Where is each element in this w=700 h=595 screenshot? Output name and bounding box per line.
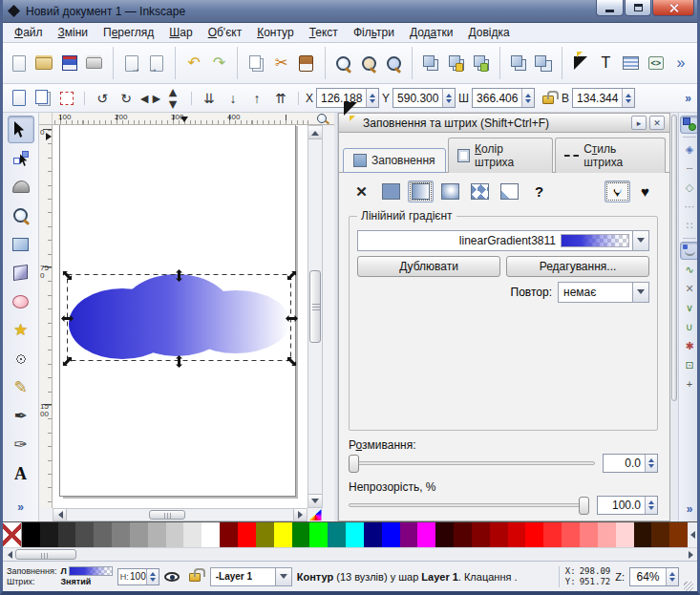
rotate-cw-icon[interactable]: ↻ (116, 88, 137, 109)
zoom-drawing-icon[interactable] (358, 51, 379, 75)
vertical-scrollbar[interactable] (308, 125, 323, 508)
tool-star[interactable]: ★ (8, 316, 34, 344)
maximize-button[interactable] (625, 0, 651, 16)
height-spinner[interactable] (622, 89, 634, 107)
flip-horizontal-icon[interactable]: ◄► (139, 88, 160, 109)
cut-icon[interactable]: ✂ (271, 51, 292, 75)
opacity-input[interactable]: 100.0 (597, 496, 658, 515)
zoom-input[interactable]: 64% (629, 567, 679, 586)
snap-intersections-icon[interactable]: ✕ (680, 280, 699, 298)
palette-swatch[interactable] (112, 522, 130, 547)
palette-swatch[interactable] (166, 522, 184, 547)
palette-swatch[interactable] (417, 522, 435, 547)
fill-stroke-dialog-icon[interactable] (570, 51, 591, 75)
palette-scroll-left[interactable] (3, 548, 15, 561)
snap-rotation-center-icon[interactable]: + (680, 375, 699, 393)
duplicate-gradient-button[interactable]: Дублювати (357, 256, 500, 277)
opacity-spinner[interactable] (645, 497, 657, 514)
gradient-select[interactable]: linearGradient3811 (357, 230, 649, 251)
save-icon[interactable] (58, 51, 79, 75)
layers-dialog-icon[interactable] (621, 51, 642, 75)
import-icon[interactable] (121, 51, 142, 75)
zoom-spinner[interactable] (666, 568, 678, 585)
flip-vertical-icon[interactable]: ◄► (163, 88, 184, 109)
dialog-float-button[interactable]: ▸ (631, 116, 647, 130)
menu-filters[interactable]: Фільтри (346, 24, 402, 41)
toolbox-overflow-icon[interactable]: » (17, 500, 24, 514)
snap-bbox-corners-icon[interactable]: ◇ (680, 179, 699, 197)
palette-swatch[interactable] (400, 522, 418, 547)
fill-rule-evenodd-button[interactable]: ♥ (605, 181, 630, 202)
dock-scrollbar[interactable] (670, 113, 678, 521)
selection-handle[interactable] (286, 268, 298, 281)
fill-stroke-indicator[interactable]: Заповнення: Л Штрих: Знятий (7, 566, 113, 586)
selection-handle[interactable] (286, 311, 298, 324)
palette-swatch[interactable] (508, 522, 526, 547)
edit-gradient-button[interactable]: Редагування... (506, 256, 649, 277)
group-icon[interactable] (508, 51, 529, 75)
blur-input[interactable]: 0.0 (603, 454, 658, 473)
duplicate-icon[interactable] (420, 51, 441, 75)
raise-icon[interactable]: ↑ (246, 88, 267, 109)
menu-edit[interactable]: Зміни (51, 24, 96, 41)
palette-swatch[interactable] (292, 522, 310, 547)
palette-swatch[interactable] (616, 522, 634, 547)
dock-scroll-thumb[interactable] (671, 115, 677, 401)
deselect-icon[interactable] (56, 88, 77, 109)
lower-icon[interactable]: ↓ (223, 88, 244, 109)
tool-text[interactable]: A (8, 459, 34, 487)
horizontal-scroll-thumb[interactable] (149, 510, 185, 520)
canvas-viewport[interactable] (53, 125, 308, 508)
palette-swatch[interactable] (130, 522, 148, 547)
snap-nodes-icon[interactable] (680, 242, 699, 260)
menu-extensions[interactable]: Додатки (402, 24, 461, 41)
snap-cusp-nodes-icon[interactable]: ∨ (680, 299, 699, 317)
snap-bbox-edges-icon[interactable]: ┄ (680, 159, 699, 178)
paint-linear-gradient-button[interactable] (408, 181, 434, 202)
paint-none-button[interactable]: ✕ (349, 181, 374, 202)
palette-swatch[interactable] (382, 522, 400, 547)
select-all-layers-icon[interactable] (32, 88, 53, 109)
menu-layer[interactable]: Шар (161, 24, 200, 41)
selection-handle[interactable] (173, 354, 185, 367)
repeat-dropdown-button[interactable] (632, 283, 648, 302)
tool-calligraphy[interactable]: ✑ (8, 431, 34, 458)
menu-help[interactable]: Довідка (460, 24, 517, 41)
palette-left-arrow-icon[interactable] (687, 531, 695, 539)
snap-bbox-centers-icon[interactable]: ∷ (680, 217, 699, 235)
x-spinner[interactable] (366, 89, 378, 107)
tab-stroke-color[interactable]: Колір штриха (448, 138, 553, 173)
paint-flat-button[interactable] (378, 181, 404, 202)
gradient-dropdown-button[interactable] (632, 231, 648, 250)
palette-swatch[interactable] (148, 522, 166, 547)
palette-swatch[interactable] (94, 522, 112, 547)
rotate-ccw-icon[interactable]: ↺ (92, 88, 113, 109)
paste-icon[interactable] (296, 51, 317, 75)
selection-handle[interactable] (61, 268, 74, 281)
blur-slider[interactable] (349, 461, 595, 465)
opacity-slider[interactable] (349, 503, 589, 507)
scroll-up-button[interactable] (308, 126, 322, 139)
palette-swatch[interactable] (202, 522, 220, 547)
close-button[interactable] (652, 0, 694, 16)
layer-dropdown-button[interactable] (275, 568, 291, 585)
menu-file[interactable]: Файл (7, 24, 51, 41)
palette-swatch[interactable] (183, 522, 202, 547)
palette-swatch[interactable] (490, 522, 508, 547)
snap-paths-icon[interactable]: ∿ (680, 261, 699, 279)
vertical-scroll-thumb[interactable] (309, 270, 321, 343)
palette-scroll-thumb[interactable] (15, 549, 76, 560)
fill-gradient-swatch[interactable] (69, 566, 113, 576)
palette-swatch[interactable] (364, 522, 382, 547)
selection-handle[interactable] (286, 354, 298, 367)
selection-handle[interactable] (61, 311, 74, 324)
height-input[interactable]: 134.344 (572, 88, 635, 108)
tool-spiral[interactable] (8, 345, 34, 372)
resize-grip[interactable] (684, 582, 693, 591)
tool-3dbox[interactable] (8, 259, 34, 287)
selection-handle[interactable] (61, 354, 74, 367)
vertical-ruler[interactable]: 07501500 (39, 125, 53, 508)
width-spinner[interactable] (521, 89, 534, 107)
y-spinner[interactable] (442, 89, 455, 107)
open-document-icon[interactable] (33, 51, 54, 75)
